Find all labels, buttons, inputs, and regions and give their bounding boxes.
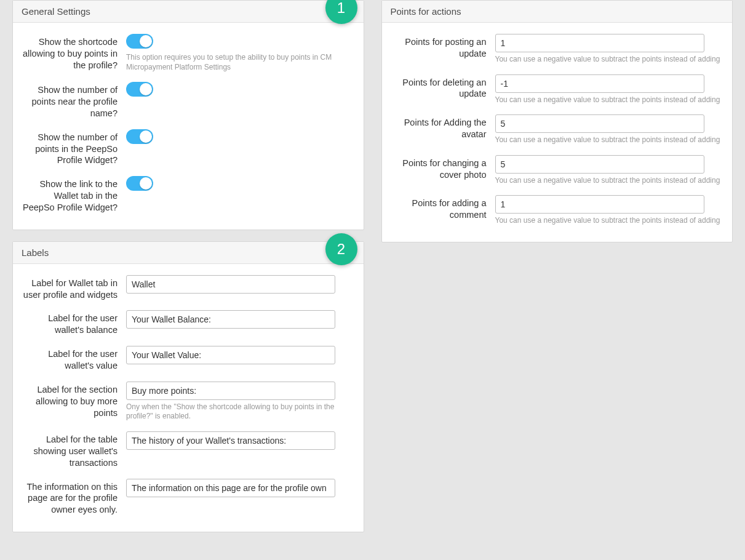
label-caption: Label for the user wallet's value [22,346,126,372]
toggle-show-points-near-name[interactable] [126,82,153,97]
setting-row: Show the number of points near the profi… [22,77,355,124]
points-label: Points for posting an update [391,34,495,60]
points-help: You can use a negative value to subtract… [495,216,724,226]
points-row: Points for Adding the avatar You can use… [391,110,724,150]
label-help: Ony when the "Show the shortcode allowin… [126,402,355,422]
input-label-transactions-table[interactable] [126,431,335,450]
setting-label: Show the shortcode allowing to buy point… [22,34,126,71]
toggle-show-wallet-link[interactable] [126,176,153,191]
labels-title: Labels [13,242,364,264]
points-help: You can use a negative value to subtract… [495,55,724,65]
points-title: Points for actions [382,1,733,23]
setting-help: This option requires you to setup the ab… [126,53,355,72]
points-help: You can use a negative value to subtract… [495,135,724,145]
input-label-wallet-value[interactable] [126,346,335,364]
label-caption: Label for the section allowing to buy mo… [22,382,126,419]
points-row: Points for adding a comment You can use … [391,190,724,231]
points-row: Points for posting an update You can use… [391,29,724,70]
input-label-owner-info[interactable] [126,479,335,497]
input-label-wallet-balance[interactable] [126,310,335,329]
points-help: You can use a negative value to subtract… [495,95,724,105]
points-panel: Points for actions Points for posting an… [381,0,733,242]
setting-label: Show the link to the Wallet tab in the P… [22,176,126,214]
general-settings-panel: 1 General Settings Show the shortcode al… [12,0,364,230]
points-label: Points for deleting an update [391,74,495,100]
points-label: Points for Adding the avatar [391,114,495,140]
input-points-add-avatar[interactable] [495,114,704,133]
setting-row: Show the number of points in the PeepSo … [22,124,355,172]
setting-label: Show the number of points in the PeepSo … [22,129,126,167]
label-row: Label for the user wallet's balance [22,305,355,341]
general-settings-title: General Settings [13,1,364,23]
label-caption: Label for Wallet tab in user profile and… [22,275,126,301]
points-row: Points for changing a cover photo You ca… [391,150,724,191]
points-row: Points for deleting an update You can us… [391,70,724,110]
input-label-buy-more-points[interactable] [126,382,335,400]
points-help: You can use a negative value to subtract… [495,176,724,186]
label-row: Label for the section allowing to buy mo… [22,377,355,426]
setting-row: Show the shortcode allowing to buy point… [22,29,355,77]
setting-label: Show the number of points near the profi… [22,82,126,119]
points-label: Points for adding a comment [391,195,495,221]
annotation-badge-2: 2 [325,233,357,265]
toggle-show-shortcode[interactable] [126,34,153,49]
points-label: Points for changing a cover photo [391,155,495,181]
label-caption: Label for the table showing user wallet'… [22,431,126,469]
setting-row: Show the link to the Wallet tab in the P… [22,171,355,218]
input-points-add-comment[interactable] [495,195,704,214]
input-points-post-update[interactable] [495,34,704,52]
label-row: Label for the table showing user wallet'… [22,426,355,474]
input-points-delete-update[interactable] [495,74,704,93]
label-row: Label for Wallet tab in user profile and… [22,270,355,306]
labels-panel: 2 Labels Label for Wallet tab in user pr… [12,241,364,532]
label-row: The information on this page are for the… [22,474,355,521]
label-caption: The information on this page are for the… [22,479,126,516]
toggle-show-points-in-widget[interactable] [126,129,153,144]
label-caption: Label for the user wallet's balance [22,310,126,336]
label-row: Label for the user wallet's value [22,341,355,377]
input-points-cover-photo[interactable] [495,155,704,174]
input-label-wallet-tab[interactable] [126,275,335,294]
